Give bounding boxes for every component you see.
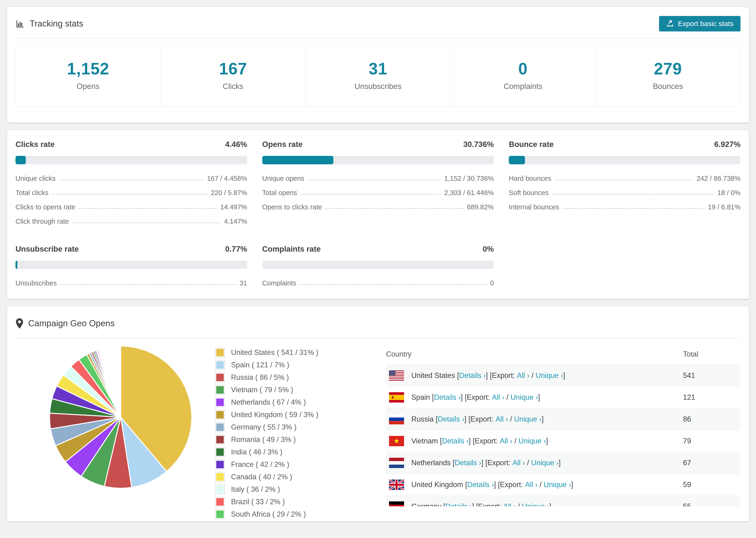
details-link[interactable]: Details › (455, 459, 481, 467)
legend-swatch (215, 435, 225, 445)
export-all-link[interactable]: All › (500, 437, 512, 445)
details-link[interactable]: Details › (438, 415, 464, 423)
detail-label: Soft bounces (509, 189, 549, 197)
progress-track (509, 156, 740, 164)
legend-item: Italy ( 36 / 2% ) (215, 484, 328, 494)
detail-value: 4.147% (224, 218, 247, 225)
stat-label: Unsubscribes (306, 82, 450, 91)
export-all-link[interactable]: All › (492, 393, 504, 402)
stat-cell: 0Complaints (450, 45, 595, 106)
detail-value: 14.497% (220, 203, 247, 211)
rate-title: Opens rate (262, 140, 303, 149)
detail-label: Total opens (262, 189, 297, 197)
stat-value: 167 (161, 59, 305, 78)
rate-detail-row: Total opens2,303 / 61.446% (262, 189, 494, 197)
legend-label: Canada ( 40 / 2% ) (231, 473, 292, 481)
country-cell: Russia [Details ›] [Export: All › / Uniq… (386, 414, 683, 424)
link-punctuation: / (529, 371, 536, 380)
pie-chart-svg (48, 344, 193, 490)
link-punctuation: / (538, 480, 544, 489)
detail-label: Opens to clicks rate (262, 203, 322, 211)
export-unique-link[interactable]: Unique › (511, 393, 538, 402)
link-punctuation: / (525, 459, 531, 467)
details-link[interactable]: Details › (445, 502, 472, 506)
link-punctuation: ] (481, 459, 485, 467)
legend-label: South Africa ( 29 / 2% ) (231, 510, 306, 518)
link-punctuation: [Export: (485, 459, 512, 467)
details-link[interactable]: Details › (459, 371, 486, 380)
country-name: Russia (411, 415, 436, 423)
total-cell: 86 (683, 408, 740, 430)
export-all-link[interactable]: All › (517, 371, 529, 380)
legend-label: Russia ( 86 / 5% ) (231, 373, 289, 382)
rate-detail-row: Click through rate4.147% (16, 218, 247, 225)
tracking-stats-card: Tracking stats Export basic stats 1,152O… (7, 7, 749, 123)
rate-head: Complaints rate0% (262, 244, 494, 253)
rate-value: 0% (483, 244, 494, 253)
legend-swatch (215, 459, 225, 469)
detail-value: 19 / 6.81% (708, 203, 740, 211)
geo-title-row: Campaign Geo Opens (16, 318, 115, 329)
detail-value: 167 / 4.456% (207, 175, 247, 183)
progress-fill (262, 156, 333, 164)
detail-leader (52, 194, 207, 194)
link-punctuation: / (504, 393, 511, 402)
legend-item: India ( 46 / 3% ) (215, 447, 328, 457)
legend-swatch (215, 398, 225, 407)
stat-cell: 279Bounces (595, 45, 740, 106)
details-link[interactable]: Details › (467, 480, 494, 489)
export-unique-link[interactable]: Unique › (544, 480, 571, 489)
link-punctuation: [ (432, 393, 434, 402)
legend-item: Vietnam ( 79 / 5% ) (215, 385, 328, 395)
rate-details: Unique opens1,152 / 30.736%Total opens2,… (262, 175, 494, 211)
export-all-link[interactable]: All › (513, 459, 525, 467)
legend-label: Brazil ( 33 / 2% ) (231, 498, 285, 506)
progress-track (262, 260, 494, 269)
details-link[interactable]: Details › (434, 393, 461, 402)
legend-swatch (215, 348, 225, 357)
export-all-link[interactable]: All › (525, 480, 537, 489)
detail-leader (552, 194, 714, 194)
legend-swatch (215, 447, 225, 457)
geo-table: Country Total United States [Details ›] … (386, 344, 740, 506)
legend-item: France ( 42 / 2% ) (215, 459, 328, 469)
stat-label: Opens (16, 82, 160, 91)
rate-value: 4.46% (225, 140, 247, 149)
detail-leader (60, 284, 237, 285)
export-unique-link[interactable]: Unique › (522, 502, 549, 506)
country-cell-td: Netherlands [Details ›] [Export: All › /… (386, 452, 683, 474)
table-row: United Kingdom [Details ›] [Export: All … (386, 474, 740, 496)
table-row: Netherlands [Details ›] [Export: All › /… (386, 452, 740, 474)
rate-value: 6.927% (714, 140, 740, 149)
rate-block: Bounce rate6.927%Hard bounces242 / 86.73… (509, 140, 740, 225)
rate-detail-row: Clicks to opens rate14.497% (16, 203, 247, 211)
export-unique-link[interactable]: Unique › (514, 415, 542, 423)
legend-item: Russia ( 86 / 5% ) (215, 372, 328, 382)
progress-fill (509, 156, 525, 164)
export-basic-stats-button[interactable]: Export basic stats (659, 16, 740, 31)
export-unique-link[interactable]: Unique › (518, 437, 546, 445)
country-name: Spain (411, 393, 432, 402)
rate-head: Clicks rate4.46% (16, 140, 247, 149)
export-unique-link[interactable]: Unique › (531, 459, 559, 467)
progress-track (262, 156, 494, 164)
legend-swatch (215, 472, 225, 482)
legend-label: Germany ( 55 / 3% ) (231, 423, 297, 431)
export-unique-link[interactable]: Unique › (536, 371, 563, 380)
link-punctuation: ] (571, 480, 573, 489)
export-all-link[interactable]: All › (495, 415, 508, 423)
country-cell: United States [Details ›] [Export: All ›… (386, 370, 683, 381)
table-row: Germany [Details ›] [Export: All › / Uni… (386, 496, 740, 507)
rate-value: 0.77% (225, 244, 247, 253)
country-cell-td: Vietnam [Details ›] [Export: All › / Uni… (386, 430, 683, 452)
link-punctuation: [Export: (473, 437, 500, 445)
detail-value: 1,152 / 30.736% (444, 175, 494, 183)
legend-label: Netherlands ( 67 / 4% ) (231, 398, 306, 406)
legend-swatch (215, 372, 225, 382)
detail-label: Clicks to opens rate (16, 203, 75, 211)
details-link[interactable]: Details › (442, 437, 469, 445)
legend-label: France ( 42 / 2% ) (231, 460, 289, 469)
rate-details: Unsubscribes31 (16, 279, 247, 287)
export-all-link[interactable]: All › (503, 502, 515, 506)
legend-swatch (215, 385, 225, 395)
